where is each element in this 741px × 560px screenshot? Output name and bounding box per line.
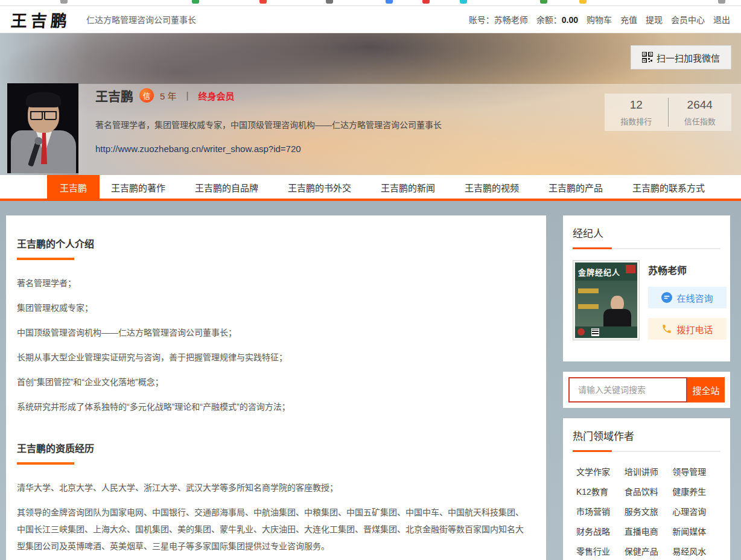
- hot-category-link[interactable]: 零售行业: [576, 545, 625, 557]
- online-consult-button[interactable]: 在线咨询: [648, 287, 727, 308]
- author-stats-panel: 12 指数排行 2644 信任指数: [605, 94, 731, 131]
- tab-brand[interactable]: 王吉鹏的自品牌: [195, 175, 258, 199]
- quals-paragraph: 清华大学、北京大学、人民大学、浙江大学、武汉大学等多所知名商学院的客座教授；: [17, 479, 528, 496]
- browser-favicon[interactable]: [326, 0, 333, 4]
- top-account-bar: 王吉鹏 仁达方略管理咨询公司董事长 账号：苏畅老师 余额：0.00 购物车 充值…: [0, 6, 741, 33]
- hot-category-link[interactable]: 财务战略: [576, 525, 625, 537]
- browser-favicon[interactable]: [422, 0, 430, 4]
- profile-nav: 王吉鹏 王吉鹏的著作 王吉鹏的自品牌 王吉鹏的书外交 王吉鹏的新闻 王吉鹏的视频…: [0, 175, 741, 201]
- section-title: 王吉鹏的个人介绍: [17, 236, 528, 260]
- divider: 丨: [183, 88, 192, 103]
- tab-book-diplomacy[interactable]: 王吉鹏的书外交: [288, 175, 351, 199]
- agent-card: 经纪人 金牌经纪人 苏畅老师: [563, 215, 730, 361]
- hot-category-link[interactable]: 心理咨询: [672, 505, 720, 517]
- browser-favicon[interactable]: [460, 0, 467, 4]
- trust-index-value: 2644: [669, 98, 732, 112]
- tab-news[interactable]: 王吉鹏的新闻: [381, 175, 435, 199]
- call-phone-button[interactable]: 拨打电话: [648, 318, 727, 340]
- browser-favicon[interactable]: [718, 0, 725, 4]
- wechat-qr-button[interactable]: 扫一扫加我微信: [631, 45, 731, 69]
- photo-shape: [30, 111, 57, 118]
- intro-paragraph: 集团管理权威专家；: [17, 299, 528, 316]
- section-title: 王吉鹏的资质经历: [17, 441, 528, 465]
- hot-category-link[interactable]: 食品饮料: [625, 485, 673, 497]
- qr-code-icon: [642, 52, 653, 63]
- wechat-qr-label: 扫一扫加我微信: [657, 51, 720, 64]
- magazine-shape: [626, 265, 635, 273]
- tab-home[interactable]: 王吉鹏: [47, 175, 100, 199]
- index-rank-stat: 12 指数排行: [605, 98, 668, 127]
- tab-products[interactable]: 王吉鹏的产品: [549, 175, 603, 199]
- agent-name: 苏畅老师: [648, 262, 727, 277]
- magazine-shape: [578, 304, 599, 309]
- hero-banner: 扫一扫加我微信 王吉鹏 信 5 年 丨 终身会员 著名管理学者，集团管理权威专家…: [0, 33, 741, 175]
- tab-videos[interactable]: 王吉鹏的视频: [465, 175, 519, 199]
- hot-category-link[interactable]: 服务文旅: [625, 505, 673, 517]
- hot-category-link[interactable]: 培训讲师: [625, 465, 673, 477]
- trust-index-label: 信任指数: [669, 115, 732, 127]
- section-intro: 王吉鹏的个人介绍 著名管理学者； 集团管理权威专家； 中国顶级管理咨询机构——仁…: [17, 236, 528, 415]
- browser-favicon[interactable]: [259, 0, 267, 4]
- quals-paragraph: 其领导的金牌咨询团队为国家电网、中国银行、交通部海事局、中航油集团、中粮集团、中…: [17, 504, 528, 555]
- hot-category-link[interactable]: 直播电商: [625, 525, 673, 537]
- hot-category-link[interactable]: 新闻媒体: [672, 525, 720, 537]
- online-consult-label: 在线咨询: [676, 291, 713, 304]
- magazine-shape: [578, 288, 599, 293]
- cart-link[interactable]: 购物车: [587, 13, 612, 25]
- site-subtitle: 仁达方略管理咨询公司董事长: [86, 13, 196, 25]
- hot-authors-title: 热门领域作者: [573, 428, 720, 452]
- hot-category-link[interactable]: 保健产品: [625, 545, 673, 557]
- chat-icon: [661, 292, 672, 303]
- photo-shape: [26, 92, 61, 107]
- hot-category-link[interactable]: 领导管理: [672, 465, 720, 477]
- search-input[interactable]: [568, 377, 687, 402]
- balance: 余额：0.00: [536, 13, 578, 25]
- account-name: 苏畅老师: [494, 15, 528, 25]
- hot-category-link[interactable]: 健康养生: [672, 485, 720, 497]
- browser-favicon[interactable]: [540, 0, 547, 4]
- phone-icon: [661, 323, 672, 334]
- balance-value: 0.00: [562, 15, 578, 25]
- author-photo: [7, 83, 78, 173]
- member-center-link[interactable]: 会员中心: [671, 13, 705, 25]
- site-logo[interactable]: 王吉鹏: [10, 8, 72, 31]
- withdraw-link[interactable]: 提现: [646, 13, 663, 25]
- intro-paragraph: 长期从事大型企业管理实证研究与咨询，善于把握管理规律与实践特征；: [17, 349, 528, 366]
- index-rank-value: 12: [605, 98, 668, 112]
- author-page-url[interactable]: http://www.zuozhebang.cn/writer_show.asp…: [95, 144, 301, 154]
- search-site-button[interactable]: 搜全站: [687, 377, 725, 402]
- magazine-shape: [577, 328, 585, 336]
- hot-authors-card: 热门领域作者 文学作家 培训讲师 领导管理 K12教育 食品饮料 健康养生 市场…: [563, 418, 730, 560]
- browser-favicon[interactable]: [386, 0, 393, 4]
- browser-favicon[interactable]: [192, 0, 199, 4]
- browser-favicon[interactable]: [579, 0, 587, 4]
- logout-link[interactable]: 退出: [713, 13, 730, 25]
- intro-paragraph: 首创“集团管控”和“企业文化落地”概念；: [17, 374, 528, 390]
- sidebar: 经纪人 金牌经纪人 苏畅老师: [563, 215, 730, 560]
- trust-index-stat: 2644 信任指数: [669, 98, 732, 127]
- browser-bookmarks-strip: [0, 0, 741, 6]
- hot-category-link[interactable]: 市场营销: [576, 505, 625, 517]
- trust-badge-icon: 信: [139, 88, 154, 103]
- agent-card-title: 经纪人: [573, 225, 720, 249]
- member-years: 5 年: [160, 89, 177, 102]
- magazine-qr-icon: [591, 328, 599, 336]
- hot-category-link[interactable]: 易经风水: [672, 545, 720, 557]
- intro-paragraph: 著名管理学者；: [17, 275, 528, 291]
- site-search-card: 搜全站: [563, 372, 730, 408]
- membership-level: 终身会员: [199, 89, 235, 102]
- author-name: 王吉鹏: [95, 86, 133, 104]
- tab-books[interactable]: 王吉鹏的著作: [111, 175, 165, 199]
- author-detail-card: 王吉鹏的个人介绍 著名管理学者； 集团管理权威专家； 中国顶级管理咨询机构——仁…: [6, 215, 546, 560]
- tab-contact[interactable]: 王吉鹏的联系方式: [632, 175, 705, 199]
- browser-favicon[interactable]: [60, 0, 68, 4]
- hot-category-link[interactable]: 文学作家: [576, 465, 625, 477]
- section-qualifications: 王吉鹏的资质经历 清华大学、北京大学、人民大学、浙江大学、武汉大学等多所知名商学…: [17, 441, 528, 555]
- hot-category-link[interactable]: K12教育: [576, 485, 625, 497]
- call-phone-label: 拨打电话: [676, 323, 713, 336]
- account-label: 账号：苏畅老师: [469, 13, 528, 25]
- agent-magazine-cover: 金牌经纪人: [573, 260, 640, 340]
- intro-paragraph: 系统研究并形成了体系独特的“多元化战略”理论和“产融模式”的咨询方法；: [17, 398, 528, 415]
- intro-paragraph: 中国顶级管理咨询机构——仁达方略管理咨询公司董事长；: [17, 324, 528, 341]
- recharge-link[interactable]: 充值: [620, 13, 637, 25]
